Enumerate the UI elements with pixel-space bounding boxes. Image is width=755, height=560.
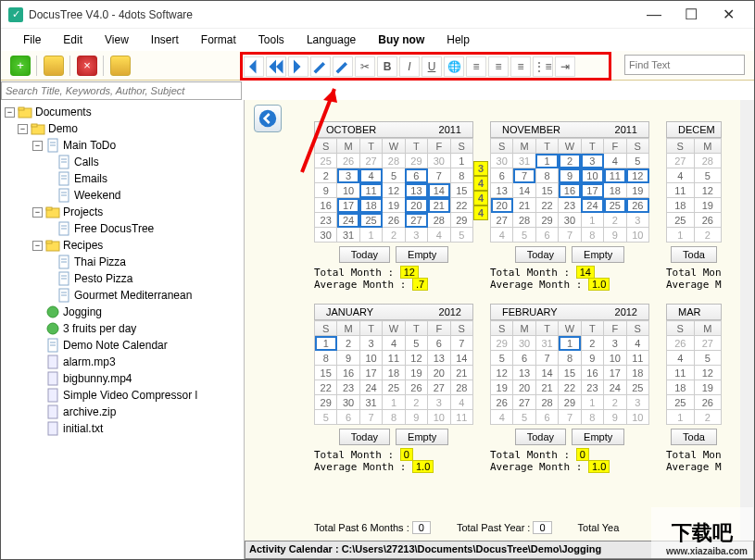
- cal-day[interactable]: 11: [667, 366, 695, 380]
- cal-day[interactable]: 13: [513, 366, 535, 380]
- cal-day[interactable]: 2: [694, 228, 722, 243]
- cal-day[interactable]: 8: [581, 410, 603, 425]
- cal-day[interactable]: 2: [604, 395, 626, 410]
- cal-day[interactable]: 12: [626, 168, 648, 183]
- cal-day[interactable]: 2: [581, 336, 603, 351]
- cal-day[interactable]: 20: [491, 198, 513, 213]
- cal-day[interactable]: 31: [359, 395, 382, 410]
- cal-day[interactable]: 13: [428, 351, 450, 366]
- cal-day[interactable]: 5: [513, 228, 535, 243]
- cal-day[interactable]: 4: [428, 228, 450, 243]
- cal-day[interactable]: 4: [491, 410, 513, 425]
- find-text-input[interactable]: [624, 55, 745, 75]
- cal-day[interactable]: 30: [337, 395, 359, 410]
- cal-day[interactable]: 30: [513, 336, 535, 351]
- cal-day[interactable]: 15: [315, 366, 337, 380]
- tree-node[interactable]: Gourmet Mediterranean: [3, 287, 242, 304]
- cal-day[interactable]: 7: [535, 351, 558, 366]
- cal-day[interactable]: 11: [604, 168, 626, 183]
- vertical-scrollbar[interactable]: [740, 100, 754, 541]
- edit2-icon[interactable]: [333, 56, 353, 77]
- menu-help[interactable]: Help: [435, 30, 481, 50]
- cal-day[interactable]: 28: [383, 154, 405, 168]
- cal-day[interactable]: 1: [581, 213, 603, 228]
- cal-day[interactable]: 28: [513, 213, 535, 228]
- empty-button[interactable]: Empty: [396, 429, 448, 445]
- cal-day[interactable]: 3: [626, 395, 648, 410]
- edit-icon[interactable]: [310, 56, 331, 77]
- cal-day[interactable]: 26: [405, 380, 427, 395]
- cal-day[interactable]: 3: [428, 395, 450, 410]
- cal-day[interactable]: 29: [405, 154, 427, 168]
- cal-day[interactable]: 4: [383, 336, 405, 351]
- cal-day[interactable]: 3: [359, 336, 382, 351]
- cal-day[interactable]: 16: [559, 183, 581, 198]
- cal-day[interactable]: 12: [405, 351, 427, 366]
- cal-day[interactable]: 20: [428, 366, 450, 380]
- cal-day[interactable]: 31: [337, 228, 359, 243]
- cal-day[interactable]: 5: [383, 168, 405, 183]
- cal-day[interactable]: 2: [337, 336, 359, 351]
- cal-day[interactable]: 3: [626, 213, 648, 228]
- cal-day[interactable]: 23: [315, 213, 337, 228]
- cal-day[interactable]: 19: [491, 380, 513, 395]
- cal-day[interactable]: 4: [450, 395, 472, 410]
- italic-button[interactable]: I: [399, 56, 420, 77]
- cal-day[interactable]: 1: [581, 395, 603, 410]
- cal-day[interactable]: 26: [491, 395, 513, 410]
- cal-day[interactable]: 27: [428, 380, 450, 395]
- cal-day[interactable]: 18: [383, 366, 405, 380]
- cal-day[interactable]: 5: [626, 154, 648, 168]
- cal-day[interactable]: 13: [405, 183, 427, 198]
- cal-day[interactable]: 6: [337, 410, 359, 425]
- cal-day[interactable]: 18: [667, 380, 695, 395]
- cal-day[interactable]: 18: [604, 183, 626, 198]
- cal-day[interactable]: 2: [405, 395, 427, 410]
- cal-day[interactable]: 29: [559, 395, 581, 410]
- cal-day[interactable]: 21: [428, 198, 450, 213]
- cal-day[interactable]: 17: [604, 366, 626, 380]
- cal-day[interactable]: 24: [581, 198, 603, 213]
- cal-day[interactable]: 18: [359, 198, 382, 213]
- cal-day[interactable]: 17: [581, 183, 603, 198]
- cal-day[interactable]: 5: [694, 168, 722, 183]
- cal-day[interactable]: 25: [667, 395, 695, 410]
- cal-day[interactable]: 1: [535, 154, 558, 168]
- tree-node[interactable]: initial.txt: [3, 420, 242, 437]
- cal-day[interactable]: 29: [315, 395, 337, 410]
- cal-day[interactable]: 27: [359, 154, 382, 168]
- cal-day[interactable]: 4: [604, 154, 626, 168]
- tree-node[interactable]: −Projects: [3, 204, 242, 220]
- add-button[interactable]: +: [10, 56, 31, 76]
- cal-day[interactable]: 31: [513, 154, 535, 168]
- cal-day[interactable]: 9: [559, 168, 581, 183]
- cal-day[interactable]: 19: [405, 366, 427, 380]
- today-button[interactable]: Toda: [671, 246, 717, 263]
- tree-node[interactable]: Jogging: [3, 304, 242, 320]
- cal-day[interactable]: 28: [428, 213, 450, 228]
- cal-day[interactable]: 30: [428, 154, 450, 168]
- cal-day[interactable]: 2: [694, 410, 722, 425]
- list-button[interactable]: ⋮≡: [533, 56, 553, 77]
- cal-day[interactable]: 17: [359, 366, 382, 380]
- tree-node[interactable]: alarm.mp3: [3, 354, 242, 370]
- cal-day[interactable]: 10: [428, 410, 450, 425]
- cal-day[interactable]: 4: [359, 168, 382, 183]
- menu-view[interactable]: View: [94, 30, 140, 50]
- align-center-button[interactable]: ≡: [488, 56, 509, 77]
- align-right-button[interactable]: ≡: [510, 56, 531, 77]
- cal-day[interactable]: 14: [513, 183, 535, 198]
- cal-day[interactable]: 17: [337, 198, 359, 213]
- cal-day[interactable]: 11: [626, 351, 648, 366]
- tree-node[interactable]: Simple Video Compressor l: [3, 387, 242, 404]
- cal-day[interactable]: 10: [581, 168, 603, 183]
- cal-day[interactable]: 24: [337, 213, 359, 228]
- cal-day[interactable]: 2: [315, 168, 337, 183]
- cal-day[interactable]: 16: [337, 366, 359, 380]
- cal-day[interactable]: 18: [626, 366, 648, 380]
- cal-day[interactable]: 29: [450, 213, 472, 228]
- tree-node[interactable]: −Recipes: [3, 237, 242, 254]
- menu-file[interactable]: File: [12, 30, 52, 50]
- menu-buy-now[interactable]: Buy now: [367, 30, 435, 50]
- cal-day[interactable]: 1: [359, 228, 382, 243]
